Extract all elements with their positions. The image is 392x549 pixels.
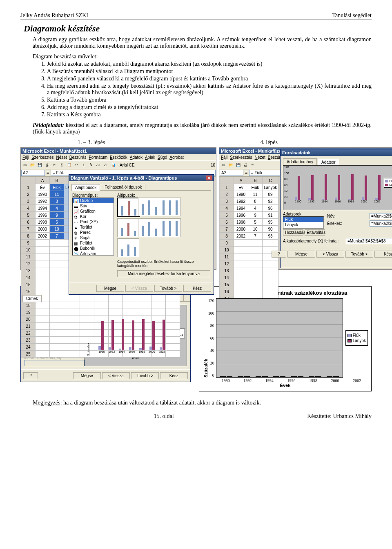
subtype-stacked-column[interactable]: [138, 198, 160, 216]
series-name-input[interactable]: [370, 213, 392, 219]
undo-icon[interactable]: ↶: [249, 162, 256, 168]
help-icon[interactable]: ?: [272, 251, 286, 258]
subtype-3d-clustered[interactable]: [117, 218, 139, 237]
chart-icon[interactable]: 📊: [110, 162, 116, 168]
series-label: Adatsorok: [283, 212, 324, 216]
menu-szerkesztés[interactable]: Szerkesztés: [230, 155, 252, 160]
sort-asc-icon[interactable]: A↓: [95, 162, 102, 168]
menu-acrobat[interactable]: Acrobat: [169, 155, 183, 160]
print-icon[interactable]: 🖨: [44, 162, 50, 168]
finish-button[interactable]: Kész: [160, 372, 188, 379]
menu-adatok[interactable]: Adatok: [130, 155, 143, 160]
tab-basic-types[interactable]: Alaptípusok: [71, 184, 100, 191]
tab-custom-types[interactable]: Felhasználói típusok: [101, 184, 145, 190]
open-icon[interactable]: 📂: [227, 162, 234, 168]
menu-súgó[interactable]: Súgó: [158, 155, 167, 160]
finish-button[interactable]: Kész: [183, 285, 211, 292]
name-box-r[interactable]: [220, 170, 243, 176]
excel-toolbar[interactable]: ▭ 📂 💾 🖨 ✂ ⎘ 📋 ↶ Σ fx A↓ Z↓ 📊 Arial CE 10: [21, 160, 216, 169]
source-data-dialog: Forrásadatok ✕ Adattartomány Adatsor 120…: [280, 149, 392, 268]
operation-subhead: Diagram beszúrása művelet:: [33, 53, 372, 60]
new-icon[interactable]: ▭: [22, 162, 28, 168]
finish-button[interactable]: Kész: [374, 251, 392, 258]
next-button[interactable]: Tovább >: [154, 285, 182, 292]
tab-címek[interactable]: Címek: [22, 295, 42, 302]
menu-beszúrás[interactable]: Beszúrás: [69, 155, 87, 160]
undo-icon[interactable]: ↶: [73, 162, 80, 168]
chart-type-felület[interactable]: ▦Felület: [73, 240, 114, 246]
screenshots-row-1: Microsoft Excel - Munkafüzet1 FájlSzerke…: [20, 147, 372, 270]
series-listbox[interactable]: Fiúk Lányok: [283, 216, 324, 229]
remove-button[interactable]: Eltávolítás: [305, 229, 325, 236]
chart-type-buborék[interactable]: ⬤Buborék: [73, 246, 114, 251]
menu-nézet[interactable]: Nézet: [56, 155, 67, 160]
series-item-lanyok[interactable]: Lányok: [283, 222, 323, 227]
copy-icon[interactable]: ⎘: [58, 162, 65, 168]
cancel-button[interactable]: Mégse: [73, 372, 101, 379]
close-icon[interactable]: ✕: [206, 176, 212, 180]
sample-button[interactable]: Minta megtekintéséhez tartsa lenyomva: [117, 270, 210, 277]
subtype-3d-100-stacked[interactable]: [159, 218, 181, 237]
menu-formátum[interactable]: Formátum: [89, 155, 107, 160]
back-button[interactable]: < Vissza: [102, 372, 130, 379]
paste-icon[interactable]: 📋: [66, 162, 72, 168]
series-values-input[interactable]: [370, 220, 392, 227]
print-icon[interactable]: 🖨: [242, 162, 249, 168]
menu-szerkesztés[interactable]: Szerkesztés: [31, 155, 53, 160]
name-box[interactable]: [21, 170, 45, 176]
subtype-clustered-column[interactable]: [117, 198, 140, 217]
chart-type-árfolyam[interactable]: 📉Árfolyam: [73, 251, 114, 256]
menu-ablak[interactable]: Ablak: [145, 155, 155, 160]
next-button[interactable]: Tovább >: [131, 372, 159, 379]
font-selector[interactable]: Arial CE: [120, 163, 135, 167]
fx-icon[interactable]: fx: [88, 162, 94, 168]
next-button[interactable]: Tovább >: [345, 251, 373, 258]
note-paragraph: Megjegyzés: ha a diagram beszúrása után …: [33, 400, 372, 406]
sort-desc-icon[interactable]: Z↓: [102, 162, 109, 168]
fx-label: =: [47, 171, 49, 175]
wizard2-titlebar: Forrásadatok ✕: [281, 149, 392, 156]
chart-type-terület[interactable]: ▲Terület: [73, 224, 114, 230]
tab-series[interactable]: Adatsor: [318, 159, 339, 165]
wizard1-titlebar: Diagram Varázsló - 1. lépés a 4-ből - Di…: [69, 175, 214, 181]
cut-icon[interactable]: ✂: [51, 162, 58, 168]
chart-type-perec[interactable]: ◍Perec: [73, 230, 114, 235]
category-axis-input[interactable]: [346, 238, 392, 244]
sum-icon[interactable]: Σ: [80, 162, 87, 168]
note-label: Megjegyzés:: [33, 400, 62, 406]
wizard3-buttons: ? Mégse < Vissza Tovább > Kész: [21, 369, 190, 382]
step-item: Add meg a diagram címét és a tengelyfeli…: [47, 104, 372, 111]
footer-author: Készítette: Urbanics Mihály: [307, 413, 372, 420]
chart-type-sáv[interactable]: ▬Sáv: [73, 203, 114, 209]
plot-area: [216, 298, 343, 378]
menu-nézet[interactable]: Nézet: [255, 155, 265, 160]
save-icon[interactable]: 💾: [235, 162, 241, 168]
menu-fájl[interactable]: Fájl: [22, 155, 29, 160]
chart-type-kör[interactable]: ◔Kör: [73, 214, 114, 219]
wizard2-preview-chart: 120100806040200 199019921994199619982000…: [283, 165, 392, 210]
series-item-fiuk[interactable]: Fiúk: [283, 217, 323, 222]
cancel-button[interactable]: Mégse: [96, 285, 124, 292]
chart-type-sugár[interactable]: ✳Sugár: [73, 235, 114, 240]
subtype-100-stacked[interactable]: [159, 198, 181, 216]
back-button[interactable]: < Vissza: [316, 251, 344, 258]
add-button[interactable]: Hozzáadás: [283, 229, 303, 236]
open-icon[interactable]: 📂: [29, 162, 36, 168]
excel-menubar[interactable]: FájlSzerkesztésNézetBeszúrásFormátumEszk…: [21, 154, 216, 160]
y-axis-label: Százalék: [203, 298, 208, 378]
menu-fájl[interactable]: Fájl: [221, 155, 227, 160]
subtype-grid[interactable]: [117, 198, 210, 257]
chart-type-pont (xy)[interactable]: ⋯Pont (XY): [73, 219, 114, 224]
subtype-3d-stacked[interactable]: [138, 218, 160, 237]
subtype-3d-column[interactable]: [117, 238, 139, 257]
save-icon[interactable]: 💾: [36, 162, 43, 168]
menu-eszközök[interactable]: Eszközök: [110, 155, 127, 160]
tab-data-range[interactable]: Adattartomány: [283, 158, 317, 165]
help-icon[interactable]: ?: [23, 372, 38, 379]
chart-type-listbox[interactable]: 📊Oszlop▬Sáv📈Grafikon◔Kör⋯Pont (XY)▲Terül…: [72, 198, 114, 256]
y-axis-ticks: 120100806040200: [208, 298, 216, 378]
cancel-button[interactable]: Mégse: [287, 251, 315, 258]
new-icon[interactable]: ▭: [220, 162, 227, 168]
chart-type-grafikon[interactable]: 📈Grafikon: [73, 209, 114, 214]
chart-type-oszlop[interactable]: 📊Oszlop: [73, 198, 114, 203]
